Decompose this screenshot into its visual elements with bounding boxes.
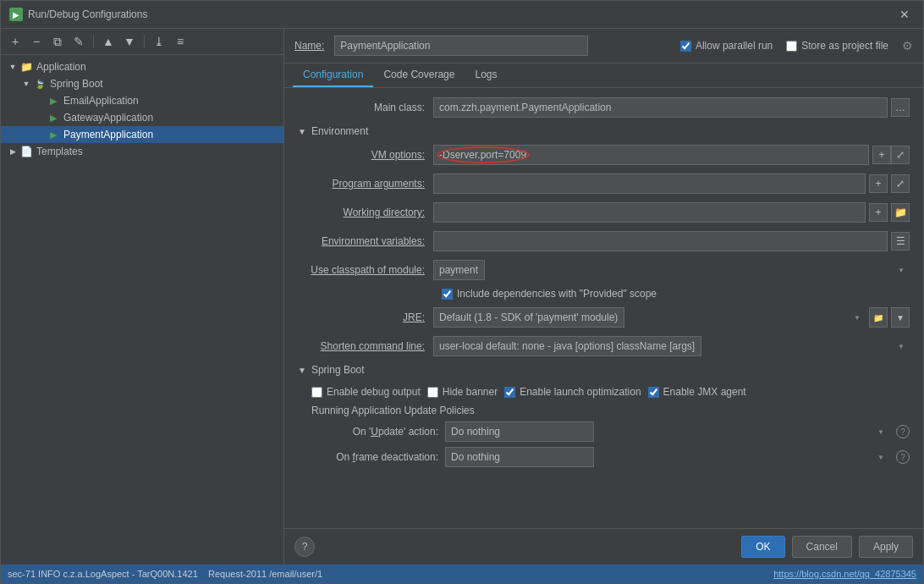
environment-section-title: Environment	[311, 125, 368, 137]
jre-select[interactable]: Default (1.8 - SDK of 'payment' module)	[433, 307, 624, 328]
cancel-button[interactable]: Cancel	[792, 536, 852, 558]
env-vars-edit-button[interactable]: ☰	[891, 232, 910, 251]
spring-boot-icon: 🍃	[33, 77, 47, 91]
store-as-project-label[interactable]: Store as project file	[786, 40, 888, 52]
enable-debug-checkbox[interactable]	[311, 387, 322, 398]
env-vars-input[interactable]	[433, 231, 888, 251]
spring-boot-expand-icon[interactable]: ▼	[298, 366, 306, 375]
sidebar-item-spring-boot[interactable]: ▼ 🍃 Spring Boot	[1, 75, 283, 92]
main-class-browse-button[interactable]: …	[891, 98, 910, 117]
hide-banner-checkbox[interactable]	[427, 387, 438, 398]
status-text: sec-71 INFO c.z.a.LogAspect - TarQ00N.14…	[8, 569, 322, 579]
application-label: Application	[36, 61, 86, 73]
classpath-row: Use classpath of module: payment	[298, 259, 910, 281]
sidebar-item-email-app[interactable]: ▶ ▶ EmailApplication	[1, 92, 283, 109]
enable-debug-label[interactable]: Enable debug output	[311, 386, 421, 398]
include-deps-label[interactable]: Include dependencies with "Provided" sco…	[442, 288, 657, 300]
help-button[interactable]: ?	[294, 537, 315, 557]
enable-launch-checkbox[interactable]	[504, 387, 515, 398]
on-frame-label: On frame deactivation:	[311, 451, 438, 463]
sidebar-item-payment-app[interactable]: ▶ ▶ PaymentApplication	[1, 126, 283, 143]
enable-launch-label[interactable]: Enable launch optimization	[504, 386, 641, 398]
main-class-input[interactable]: com.zzh.payment.PaymentApplication	[433, 97, 888, 118]
payment-app-icon: ▶	[47, 128, 60, 141]
sort-button[interactable]: ⤓	[150, 32, 168, 51]
ok-button[interactable]: OK	[741, 536, 784, 558]
update-policies-title: Running Application Update Policies	[311, 405, 910, 416]
on-update-select-wrapper: Do nothing Update classes and resources …	[445, 421, 889, 442]
templates-icon: 📄	[19, 145, 33, 158]
environment-expand-icon[interactable]: ▼	[298, 127, 306, 136]
on-update-select[interactable]: Do nothing Update classes and resources …	[445, 421, 594, 442]
main-class-row: Main class: com.zzh.payment.PaymentAppli…	[298, 96, 910, 118]
include-deps-checkbox[interactable]	[442, 289, 453, 300]
sidebar-item-application[interactable]: ▼ 📁 Application	[1, 58, 283, 75]
sidebar-item-templates[interactable]: ▶ 📄 Templates	[1, 143, 283, 160]
application-expand-arrow[interactable]: ▼	[8, 62, 18, 72]
vm-options-expand-button[interactable]: ⤢	[891, 146, 910, 164]
classpath-select[interactable]: payment	[433, 260, 485, 280]
config-header: Name: PaymentApplication Allow parallel …	[284, 29, 923, 63]
shorten-cmd-select[interactable]: user-local default: none - java [options…	[433, 336, 701, 356]
include-deps-row: Include dependencies with "Provided" sco…	[298, 288, 910, 300]
working-dir-label: Working directory:	[298, 207, 433, 218]
program-args-add-button[interactable]: +	[869, 174, 888, 193]
jre-dropdown-button[interactable]: ▼	[891, 307, 910, 328]
dialog-footer: ? OK Cancel Apply	[284, 528, 923, 565]
jre-row: JRE: Default (1.8 - SDK of 'payment' mod…	[298, 306, 910, 328]
tabs-bar: Configuration Code Coverage Logs	[284, 63, 923, 88]
apply-button[interactable]: Apply	[859, 536, 913, 558]
program-args-expand-button[interactable]: ⤢	[891, 174, 910, 193]
toolbar-divider-1	[93, 35, 94, 48]
spring-boot-label: Spring Boot	[50, 78, 103, 90]
edit-config-button[interactable]: ✎	[69, 32, 88, 51]
working-dir-input[interactable]	[433, 202, 866, 223]
vm-options-row: VM options: -Dserver.port=7009 + ⤢	[298, 144, 910, 166]
move-down-button[interactable]: ▼	[120, 32, 139, 51]
tab-configuration[interactable]: Configuration	[293, 63, 373, 87]
remove-config-button[interactable]: −	[27, 32, 46, 51]
email-app-icon: ▶	[47, 94, 60, 107]
status-link[interactable]: https://blog.csdn.net/qq_42875345	[773, 569, 916, 579]
store-as-project-checkbox[interactable]	[786, 41, 797, 52]
environment-section-header: ▼ Environment	[298, 125, 910, 137]
templates-expand-arrow[interactable]: ▶	[8, 146, 18, 157]
on-frame-select[interactable]: Do nothing Update classes and resources …	[445, 447, 594, 467]
jre-select-wrapper: Default (1.8 - SDK of 'payment' module)	[433, 307, 866, 328]
jre-browse-button[interactable]: 📁	[869, 307, 888, 328]
program-args-label: Program arguments:	[298, 178, 433, 190]
shorten-cmd-select-wrapper: user-local default: none - java [options…	[433, 336, 910, 356]
name-input[interactable]: PaymentApplication	[334, 36, 588, 56]
title-bar-left: ▶ Run/Debug Configurations	[9, 8, 147, 21]
group-button[interactable]: ≡	[171, 32, 190, 51]
on-update-row: On 'Update' action: Do nothing Update cl…	[311, 421, 910, 442]
config-tree: ▼ 📁 Application ▼ 🍃 Spring Boot ▶ ▶ Emai…	[1, 55, 283, 565]
vm-options-input[interactable]: -Dserver.port=7009	[433, 145, 869, 165]
tab-logs[interactable]: Logs	[465, 63, 507, 87]
sidebar-item-gateway-app[interactable]: ▶ ▶ GatewayApplication	[1, 109, 283, 126]
on-frame-help-icon[interactable]: ?	[896, 450, 910, 464]
allow-parallel-label[interactable]: Allow parallel run	[680, 40, 773, 52]
working-dir-add-button[interactable]: +	[869, 203, 888, 222]
vm-options-add-button[interactable]: +	[872, 146, 891, 164]
templates-label: Templates	[36, 146, 83, 157]
program-args-row: Program arguments: + ⤢	[298, 173, 910, 195]
copy-config-button[interactable]: ⧉	[48, 32, 67, 51]
spring-boot-checkboxes: Enable debug output Hide banner Enable l…	[298, 383, 910, 401]
jre-label: JRE:	[298, 311, 433, 323]
application-folder-icon: 📁	[19, 60, 33, 74]
config-gear-icon[interactable]: ⚙	[902, 39, 913, 52]
allow-parallel-checkbox[interactable]	[680, 41, 691, 52]
on-update-help-icon[interactable]: ?	[896, 425, 910, 438]
enable-jmx-checkbox[interactable]	[648, 387, 659, 398]
tab-code-coverage[interactable]: Code Coverage	[373, 63, 465, 87]
close-button[interactable]: ✕	[894, 6, 915, 23]
add-config-button[interactable]: +	[6, 32, 25, 51]
enable-jmx-label[interactable]: Enable JMX agent	[648, 386, 746, 398]
move-up-button[interactable]: ▲	[99, 32, 118, 51]
working-dir-browse-button[interactable]: 📁	[891, 203, 910, 222]
gateway-app-icon: ▶	[47, 111, 60, 124]
program-args-input[interactable]	[433, 174, 866, 194]
hide-banner-label[interactable]: Hide banner	[427, 386, 498, 398]
spring-boot-expand-arrow[interactable]: ▼	[21, 79, 31, 89]
